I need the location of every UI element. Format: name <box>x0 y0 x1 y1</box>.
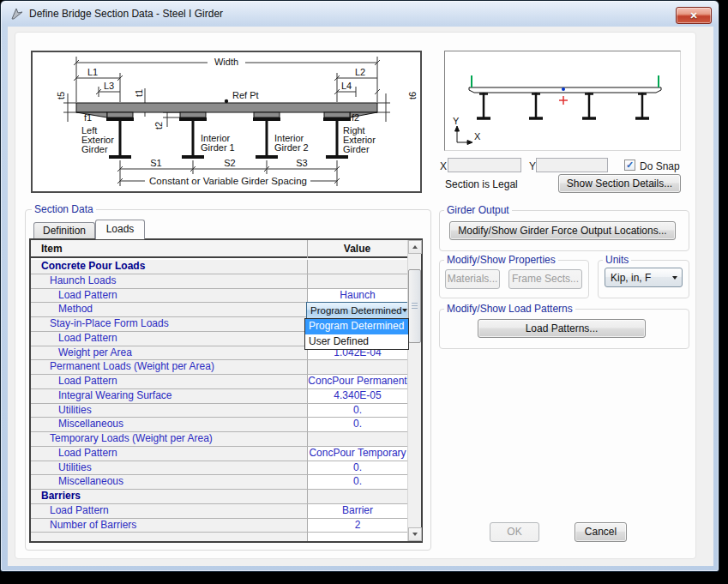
column-header-item: Item <box>41 243 63 255</box>
method-dropdown-list: Program DeterminedUser Defined <box>304 318 409 350</box>
table-header: Item Value <box>31 240 407 258</box>
loads-table: Item Value Concrete Pour LoadsHaunch Loa… <box>29 238 423 543</box>
chevron-down-icon <box>672 276 677 280</box>
table-row: Barriers <box>31 490 407 504</box>
row-label: Load Pattern <box>31 289 307 303</box>
row-label: Temporary Loads (Weight per Area) <box>31 432 307 446</box>
row-label: Load Pattern <box>31 504 307 518</box>
close-button[interactable]: ✕ <box>676 7 712 24</box>
dim-l3-label: L3 <box>104 81 114 91</box>
table-row: Load PatternConcPour Temporary <box>31 447 407 461</box>
row-label: Miscellaneous <box>31 475 307 489</box>
scroll-down-button[interactable] <box>408 527 422 541</box>
table-row: Temporary Loads (Weight per Area) <box>31 432 407 447</box>
row-value <box>307 274 407 288</box>
dim-f2-label: f2 <box>352 112 359 123</box>
section-preview: Y X <box>444 51 681 151</box>
row-value[interactable]: 4.340E-05 <box>307 389 407 403</box>
row-value[interactable]: 0. <box>307 404 407 418</box>
row-label: Load Pattern <box>31 447 307 461</box>
row-label: Stay-in-Place Form Loads <box>31 317 307 331</box>
cursor-cross-icon <box>559 96 568 105</box>
ref-pt-label: Ref Pt <box>232 90 259 100</box>
dim-l2-label: L2 <box>355 67 365 77</box>
thumb-grip-icon <box>412 303 418 310</box>
units-caption: Units <box>603 254 631 266</box>
row-value[interactable]: 0. <box>307 461 407 475</box>
row-label: Concrete Pour Loads <box>31 260 307 274</box>
tab-loads[interactable]: Loads <box>95 220 145 239</box>
row-value <box>307 432 407 446</box>
column-divider <box>307 240 308 258</box>
row-value[interactable]: Haunch <box>307 289 407 303</box>
svg-text:Girder: Girder <box>343 144 370 154</box>
row-label: Haunch Loads <box>31 274 307 288</box>
row-value[interactable]: 2 <box>307 519 407 533</box>
dim-t6-label: t6 <box>407 92 418 99</box>
row-label: Integral Wearing Surface <box>31 389 307 403</box>
axis-icon <box>455 126 473 145</box>
arrow-up-icon <box>412 245 418 249</box>
scrollbar-thumb[interactable] <box>408 269 421 343</box>
section-diagram: Width L1 L2 L3 L4 t5 t6 t1 t2 f1 f2 Ref … <box>31 51 422 193</box>
coord-y-field[interactable] <box>536 158 608 172</box>
table-scrollbar[interactable] <box>407 240 421 541</box>
row-label: Barriers <box>31 490 307 503</box>
section-status-text: Section is Legal <box>445 178 518 190</box>
dim-s3-label: S3 <box>296 158 307 168</box>
scroll-up-button[interactable] <box>408 240 422 254</box>
section-table-body: Concrete Pour LoadsHaunch LoadsLoad Patt… <box>31 260 407 541</box>
dim-l4-label: L4 <box>341 81 352 91</box>
frame-sects-button: Frame Sects... <box>508 269 582 289</box>
row-label: Number of Barriers <box>31 519 307 533</box>
row-value[interactable]: 0. <box>307 418 407 431</box>
table-row: Haunch Loads <box>31 274 407 289</box>
table-row: Concrete Pour Loads <box>31 260 407 274</box>
app-icon <box>10 7 24 21</box>
dim-l1-label: L1 <box>87 67 98 77</box>
row-value[interactable]: 0. <box>307 475 407 489</box>
row-label: Load Pattern <box>31 375 307 388</box>
row-value[interactable]: Program Determined <box>307 303 407 316</box>
table-row: Number of Barriers2 <box>31 519 407 533</box>
do-snap-checkbox[interactable]: ✓ <box>624 160 635 171</box>
table-row <box>31 533 407 541</box>
method-combo[interactable]: Program Determined <box>306 302 407 319</box>
girder-force-output-button[interactable]: Modify/Show Girder Force Output Location… <box>449 221 676 240</box>
coord-x-label: X <box>440 160 447 172</box>
cancel-button[interactable]: Cancel <box>575 522 627 542</box>
section-diagram-svg: Width L1 L2 L3 L4 t5 t6 t1 t2 f1 f2 Ref … <box>33 52 420 191</box>
table-row: Utilities0. <box>31 404 407 418</box>
dim-f1-label: f1 <box>84 112 92 123</box>
row-value[interactable]: ConcPour Permanent <box>307 375 407 388</box>
dropdown-option[interactable]: Program Determined <box>305 319 408 334</box>
dim-s1-label: S1 <box>150 158 161 168</box>
load-patterns-button[interactable]: Load Patterns... <box>478 319 646 338</box>
units-value: Kip, in, F <box>605 272 672 284</box>
method-combo-value: Program Determined <box>307 303 402 318</box>
titlebar[interactable]: Define Bridge Section Data - Steel I Gir… <box>1 1 719 27</box>
coord-x-field[interactable] <box>448 158 521 172</box>
arrow-down-icon <box>412 533 418 536</box>
svg-text:Girder 2: Girder 2 <box>274 142 309 153</box>
table-row: Load PatternConcPour Permanent <box>31 375 407 389</box>
ok-button: OK <box>490 522 539 542</box>
axis-x-label: X <box>474 131 481 141</box>
row-value <box>307 260 407 274</box>
coord-y-label: Y <box>529 160 536 172</box>
table-row: MethodProgram Determined <box>31 303 407 317</box>
tab-definition[interactable]: Definition <box>33 222 95 238</box>
show-section-details-button[interactable]: Show Section Details... <box>558 174 681 193</box>
section-data-caption: Section Data <box>32 203 96 215</box>
row-label: Utilities <box>31 461 307 475</box>
dropdown-option[interactable]: User Defined <box>305 334 408 350</box>
close-icon: ✕ <box>689 10 697 21</box>
girder-output-caption: Girder Output <box>444 204 512 216</box>
row-value <box>307 360 407 374</box>
properties-caption: Modify/Show Properties <box>444 254 558 266</box>
dim-t2-label: t2 <box>153 122 164 129</box>
row-value[interactable]: Barrier <box>307 504 407 518</box>
row-value[interactable]: ConcPour Temporary <box>307 447 407 461</box>
units-combo[interactable]: Kip, in, F <box>605 268 683 287</box>
window-title: Define Bridge Section Data - Steel I Gir… <box>29 8 223 20</box>
